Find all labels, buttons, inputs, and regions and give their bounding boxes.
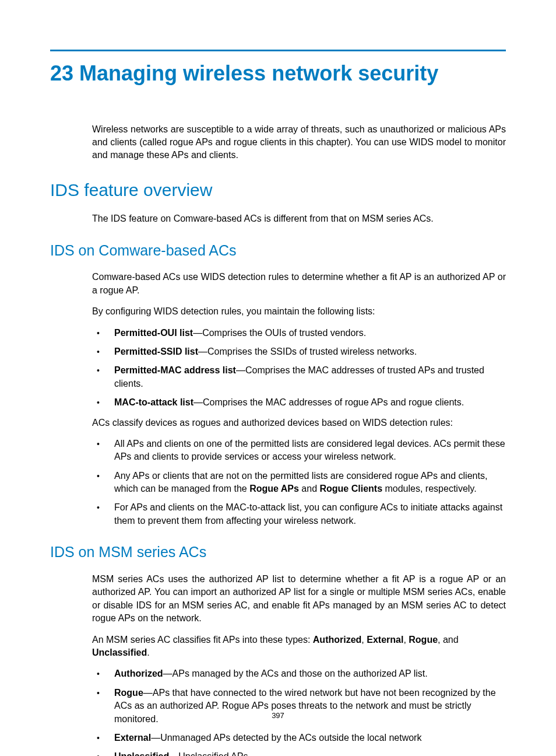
def: —Unclassified APs.	[169, 751, 251, 756]
chapter-title: 23 Managing wireless network security	[50, 60, 506, 88]
list-item: External—Unmanaged APs detected by the A…	[92, 732, 506, 744]
sec2-p1: Comware-based ACs use WIDS detection rul…	[92, 271, 506, 297]
term: Rogue	[114, 688, 143, 698]
term: MAC-to-attack list	[114, 397, 193, 407]
sec2-p2: By configuring WIDS detection rules, you…	[92, 305, 506, 318]
list-item: Any APs or clients that are not on the p…	[92, 470, 506, 496]
term: External	[114, 733, 151, 743]
section-heading-msm: IDS on MSM series ACs	[50, 542, 506, 562]
text: modules, respectively.	[382, 484, 477, 494]
classification-list: All APs and clients on one of the permit…	[92, 438, 506, 527]
intro-block: Wireless networks are susceptible to a w…	[92, 123, 506, 162]
text: and	[299, 484, 320, 494]
def: —Comprises the SSIDs of trusted wireless…	[198, 346, 417, 356]
term: Permitted-OUI list	[114, 328, 193, 338]
list-item: All APs and clients on one of the permit…	[92, 438, 506, 464]
term: Rogue APs	[249, 484, 299, 494]
list-item: Permitted-MAC address list—Comprises the…	[92, 364, 506, 390]
section-heading-comware: IDS on Comware-based ACs	[50, 241, 506, 261]
sec3-p1: MSM series ACs uses the authorized AP li…	[92, 573, 506, 625]
text: All APs and clients on one of the permit…	[114, 439, 505, 461]
sec1-block: The IDS feature on Comware-based ACs is …	[92, 212, 506, 225]
sec2-p3: ACs classify devices as rogues and autho…	[92, 416, 506, 429]
list-item: Permitted-SSID list—Comprises the SSIDs …	[92, 345, 506, 358]
list-item: For APs and clients on the MAC-to-attack…	[92, 501, 506, 527]
section-heading-ids-overview: IDS feature overview	[50, 178, 506, 202]
def: —Comprises the OUIs of trusted vendors.	[193, 328, 366, 338]
sec3-block: MSM series ACs uses the authorized AP li…	[92, 573, 506, 756]
document-page: 23 Managing wireless network security Wi…	[0, 0, 556, 756]
sec3-p2: An MSM series AC classifies fit APs into…	[92, 634, 506, 660]
sec2-block: Comware-based ACs use WIDS detection rul…	[92, 271, 506, 527]
def: —Comprises the MAC addresses of rogue AP…	[193, 397, 464, 407]
term: Unclassified	[114, 751, 169, 756]
title-rule	[50, 50, 506, 51]
sec1-p1: The IDS feature on Comware-based ACs is …	[92, 212, 506, 225]
list-item: Unclassified—Unclassified APs.	[92, 750, 506, 756]
list-item: Authorized—APs managed by the ACs and th…	[92, 667, 506, 680]
term: Permitted-SSID list	[114, 346, 198, 356]
def: —APs managed by the ACs and those on the…	[163, 668, 428, 678]
term: Authorized	[114, 668, 163, 678]
term: Rogue Clients	[319, 484, 382, 494]
intro-paragraph: Wireless networks are susceptible to a w…	[92, 123, 506, 162]
def: —Unmanaged APs detected by the ACs outsi…	[151, 733, 421, 743]
list-item: Permitted-OUI list—Comprises the OUIs of…	[92, 327, 506, 340]
text: For APs and clients on the MAC-to-attack…	[114, 502, 502, 525]
term: Permitted-MAC address list	[114, 365, 236, 375]
permitted-lists: Permitted-OUI list—Comprises the OUIs of…	[92, 327, 506, 410]
list-item: MAC-to-attack list—Comprises the MAC add…	[92, 396, 506, 409]
page-number: 397	[0, 710, 556, 721]
